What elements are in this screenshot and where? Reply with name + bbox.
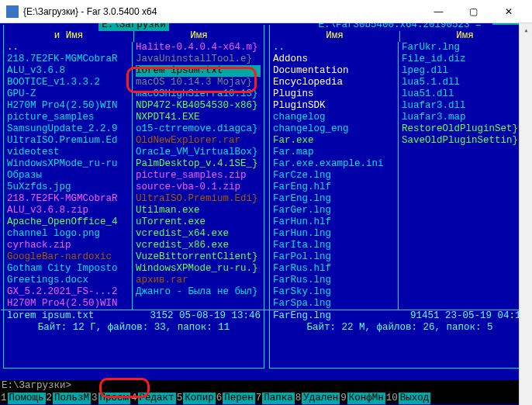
file-row[interactable]: FarGer.lng bbox=[273, 205, 398, 216]
file-row[interactable]: .. bbox=[273, 42, 398, 54]
file-row[interactable]: changelog bbox=[273, 112, 398, 123]
file-row[interactable]: picture_samples.zip bbox=[136, 170, 261, 182]
file-row[interactable]: ALU_v3.6.8.zip bbox=[7, 205, 132, 216]
file-row[interactable]: Utilman.exe bbox=[136, 205, 261, 216]
file-row[interactable]: GoogleBar-nardoxic bbox=[7, 251, 132, 263]
file-row[interactable]: changelog_eng bbox=[273, 123, 398, 135]
keybar-f4[interactable]: 4Редакт bbox=[130, 392, 176, 404]
keybar-f10[interactable]: 10Выход bbox=[385, 392, 431, 404]
file-row[interactable]: macOS 10.14.3 Mojav} bbox=[136, 77, 261, 88]
file-row[interactable]: UltraISO.Premium.Ed bbox=[7, 135, 132, 147]
maximize-button[interactable]: ▢ bbox=[456, 0, 491, 22]
file-row[interactable]: NXPDT41.EXE bbox=[136, 112, 261, 123]
file-row[interactable]: FarHun.lng bbox=[273, 228, 398, 240]
file-row[interactable]: vcredist_x64.exe bbox=[136, 228, 261, 240]
file-row[interactable]: videotest bbox=[7, 147, 132, 158]
file-row[interactable]: JavaUninstallTool.e} bbox=[136, 54, 261, 65]
file-row[interactable]: FarRus.lng bbox=[273, 275, 398, 286]
file-row[interactable]: PalmDesktop_v.4.1SE_} bbox=[136, 158, 261, 170]
file-row[interactable]: WindowsXPMode_ru-ru bbox=[7, 158, 132, 170]
keybar-f9[interactable]: 9КонфМн bbox=[340, 392, 385, 404]
file-row[interactable]: RestoreOldPluginSet} bbox=[402, 123, 527, 135]
file-row[interactable]: SaveOldPluginSettin} bbox=[402, 135, 527, 147]
file-row[interactable]: Documentation bbox=[273, 65, 398, 77]
file-row[interactable]: 218.7E2FK-MGMCobraR bbox=[7, 193, 132, 205]
left-panel[interactable]: E:\Загрузки и Имя Имя ..218.7E2FK-MGMCob… bbox=[0, 23, 266, 370]
titlebar[interactable]: {E:\Загрузки} - Far 3.0.5400 x64 — ▢ ✕ bbox=[0, 0, 532, 23]
file-row[interactable]: FarIta.lng bbox=[273, 240, 398, 251]
file-row[interactable]: Far.map bbox=[273, 147, 398, 158]
file-row[interactable]: H270M Pro4(2.50)WIN bbox=[7, 100, 132, 112]
file-row[interactable]: NDP472-KB4054530-x86} bbox=[136, 100, 261, 112]
file-row[interactable]: channel logo.png bbox=[7, 228, 132, 240]
keybar-f7[interactable]: 7Папка bbox=[255, 392, 295, 404]
file-row[interactable]: Encyclopedia bbox=[273, 77, 398, 88]
file-row[interactable]: o15-ctrremove.diagca} bbox=[136, 123, 261, 135]
file-row[interactable]: OldNewExplorer.rar bbox=[136, 135, 261, 147]
file-row[interactable]: Greetings.docx bbox=[7, 275, 132, 286]
file-row[interactable]: vcredist_x86.exe bbox=[136, 240, 261, 251]
file-row[interactable]: lorem ipsum.txt bbox=[136, 65, 261, 77]
file-row[interactable]: macOSHighSierra10.13} bbox=[136, 88, 261, 100]
file-row[interactable]: WindowsXPMode_ru-ru.} bbox=[136, 263, 261, 275]
close-button[interactable]: ✕ bbox=[491, 0, 526, 22]
file-row[interactable]: Apache_OpenOffice_4 bbox=[7, 216, 132, 228]
file-row[interactable]: архив.rar bbox=[136, 275, 261, 286]
file-row[interactable]: luafar3.map bbox=[402, 112, 527, 123]
file-row[interactable]: source-vba-0.1.zip bbox=[136, 182, 261, 193]
left-panel-header[interactable]: E:\Загрузки bbox=[4, 23, 264, 31]
keybar-f2[interactable]: 2ПользМ bbox=[46, 392, 92, 404]
file-row[interactable]: lpeg.dll bbox=[402, 65, 527, 77]
file-row[interactable]: Джанго - Была не был} bbox=[136, 286, 261, 298]
file-row[interactable]: Far.exe.example.ini bbox=[273, 158, 398, 170]
file-row[interactable]: ALU_v3.6.8 bbox=[7, 65, 132, 77]
file-row[interactable]: FarSky.lng bbox=[273, 286, 398, 298]
file-row[interactable]: 5uXzfds.jpg bbox=[7, 182, 132, 193]
file-row[interactable]: Addons bbox=[273, 54, 398, 65]
file-row[interactable]: FarPol.lng bbox=[273, 251, 398, 263]
file-row[interactable]: H270M Pro4(2.50)WIN bbox=[7, 298, 132, 310]
file-row[interactable]: .. bbox=[7, 42, 132, 54]
file-row[interactable]: cyrhack.zip bbox=[7, 240, 132, 251]
file-row[interactable]: SamsungUpdate_2.2.9 bbox=[7, 123, 132, 135]
vertical-scrollbar[interactable]: ▴ bbox=[519, 23, 532, 405]
right-panel[interactable]: E:\Far30b5400.x64.20190523 = 13:48 Имя И… bbox=[266, 23, 532, 370]
file-row[interactable]: uTorrent.exe bbox=[136, 216, 261, 228]
file-row[interactable]: Plugins bbox=[273, 88, 398, 100]
file-row[interactable]: FarRus.hlf bbox=[273, 263, 398, 275]
scroll-up-icon[interactable]: ▴ bbox=[520, 23, 532, 36]
file-row[interactable]: GPU-Z bbox=[7, 88, 132, 100]
file-row[interactable]: Far.exe bbox=[273, 135, 398, 147]
file-row[interactable]: FarUkr.lng bbox=[402, 42, 527, 54]
keybar-f5[interactable]: 5Копир bbox=[176, 392, 216, 404]
file-row[interactable]: 218.7E2FK-MGMCobraR bbox=[7, 54, 132, 65]
file-row[interactable]: File_id.diz bbox=[402, 54, 527, 65]
file-row[interactable]: VuzeBittorrentClient} bbox=[136, 251, 261, 263]
file-row[interactable]: FarHun.hlf bbox=[273, 216, 398, 228]
file-row[interactable]: luafar3.dll bbox=[402, 100, 527, 112]
key-number: 8 bbox=[295, 393, 302, 404]
file-row[interactable]: Gotham City Imposto bbox=[7, 263, 132, 275]
file-row[interactable]: lua51.dll bbox=[402, 88, 527, 100]
file-row[interactable]: picture_samples bbox=[7, 112, 132, 123]
keybar-f6[interactable]: 6Перен bbox=[216, 392, 255, 404]
command-line[interactable]: E:\Загрузки> bbox=[0, 380, 532, 392]
file-row[interactable]: FarCze.lng bbox=[273, 170, 398, 182]
keybar-f1[interactable]: 1Помощь bbox=[0, 392, 46, 404]
file-row[interactable]: FarEng.lng bbox=[273, 193, 398, 205]
app-icon bbox=[6, 5, 19, 18]
file-row[interactable]: GX_5.2.2021_FS-...2 bbox=[7, 286, 132, 298]
right-panel-header[interactable]: E:\Far30b5400.x64.20190523 = 13:48 bbox=[270, 23, 530, 31]
file-row[interactable]: FarEng.hlf bbox=[273, 182, 398, 193]
keybar-f8[interactable]: 8Удален bbox=[295, 392, 340, 404]
minimize-button[interactable]: — bbox=[421, 0, 456, 22]
file-row[interactable]: FarSpa.lng bbox=[273, 298, 398, 310]
keybar-f3[interactable]: 3Просм bbox=[91, 392, 130, 404]
file-row[interactable]: Образы bbox=[7, 170, 132, 182]
file-row[interactable]: PluginSDK bbox=[273, 100, 398, 112]
file-row[interactable]: BOOTICE_v1.3.3.2 bbox=[7, 77, 132, 88]
file-row[interactable]: UltraISO.Premium.Edi} bbox=[136, 193, 261, 205]
file-row[interactable]: Oracle_VM_VirtualBox} bbox=[136, 147, 261, 158]
file-row[interactable]: lua5.1.dll bbox=[402, 77, 527, 88]
file-row[interactable]: Halite-0.4.0.4-x64.m} bbox=[136, 42, 261, 54]
